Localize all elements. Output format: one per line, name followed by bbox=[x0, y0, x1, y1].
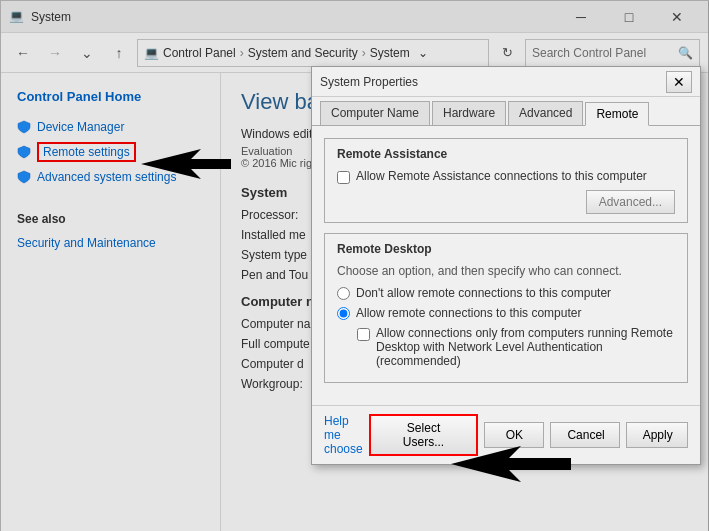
remote-desktop-description: Choose an option, and then specify who c… bbox=[337, 264, 675, 278]
remote-desktop-section: Remote Desktop Choose an option, and the… bbox=[324, 233, 688, 383]
cancel-button[interactable]: Cancel bbox=[550, 422, 619, 448]
no-remote-label: Don't allow remote connections to this c… bbox=[356, 286, 611, 300]
system-properties-dialog: System Properties ✕ Computer Name Hardwa… bbox=[311, 66, 701, 465]
no-remote-row: Don't allow remote connections to this c… bbox=[337, 286, 675, 300]
allow-remote-row: Allow remote connections to this compute… bbox=[337, 306, 675, 320]
apply-button[interactable]: Apply bbox=[626, 422, 688, 448]
tab-remote[interactable]: Remote bbox=[585, 102, 649, 126]
allow-remote-radio[interactable] bbox=[337, 307, 350, 320]
dialog-tabs: Computer Name Hardware Advanced Remote bbox=[312, 97, 700, 126]
allow-remote-label: Allow remote connections to this compute… bbox=[356, 306, 581, 320]
tab-computer-name[interactable]: Computer Name bbox=[320, 101, 430, 125]
remote-assistance-title: Remote Assistance bbox=[337, 147, 675, 161]
nla-checkbox[interactable] bbox=[357, 328, 370, 341]
advanced-btn-row: Advanced... bbox=[337, 190, 675, 214]
dialog-content: Remote Assistance Allow Remote Assistanc… bbox=[312, 126, 700, 405]
remote-assistance-section: Remote Assistance Allow Remote Assistanc… bbox=[324, 138, 688, 223]
dialog-close-button[interactable]: ✕ bbox=[666, 71, 692, 93]
advanced-button[interactable]: Advanced... bbox=[586, 190, 675, 214]
no-remote-radio[interactable] bbox=[337, 287, 350, 300]
tab-advanced[interactable]: Advanced bbox=[508, 101, 583, 125]
remote-assistance-row: Allow Remote Assistance connections to t… bbox=[337, 169, 675, 184]
remote-desktop-title: Remote Desktop bbox=[337, 242, 675, 256]
dialog-title: System Properties bbox=[320, 75, 666, 89]
dialog-title-bar: System Properties ✕ bbox=[312, 67, 700, 97]
select-users-button[interactable]: Select Users... bbox=[369, 414, 479, 456]
tab-hardware[interactable]: Hardware bbox=[432, 101, 506, 125]
nla-row: Allow connections only from computers ru… bbox=[357, 326, 675, 368]
help-me-choose-link[interactable]: Help me choose bbox=[324, 414, 363, 456]
system-window: 💻 System ─ □ ✕ ← → ⌄ ↑ 💻 Control Panel ›… bbox=[0, 0, 709, 531]
nla-label: Allow connections only from computers ru… bbox=[376, 326, 675, 368]
dialog-footer: Help me choose Select Users... OK Cancel… bbox=[312, 405, 700, 464]
remote-assistance-checkbox[interactable] bbox=[337, 171, 350, 184]
ok-button[interactable]: OK bbox=[484, 422, 544, 448]
remote-assistance-label: Allow Remote Assistance connections to t… bbox=[356, 169, 647, 183]
